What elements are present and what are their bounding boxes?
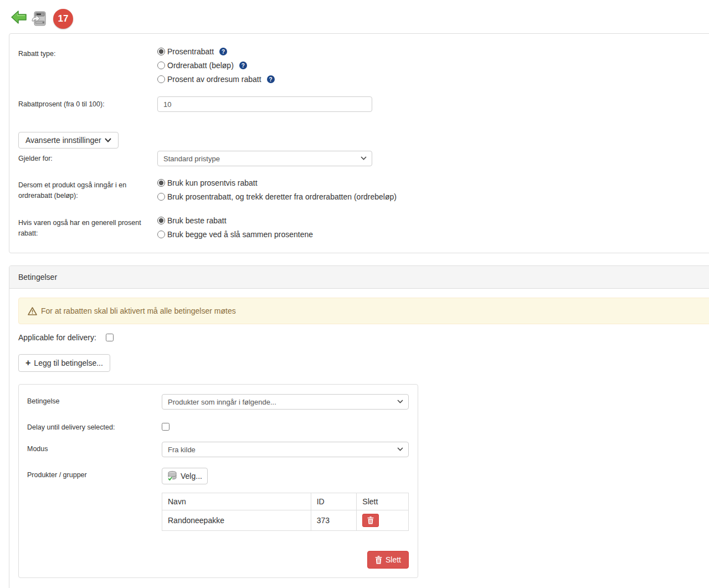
table-header-navn: Navn [162,493,311,510]
radio-option-trekk-deretter[interactable]: Bruk prosentrabatt, og trekk deretter fr… [157,191,397,202]
generell-choice-row: Hvis varen også har en generell prosent … [18,215,709,243]
add-condition-label: Legg til betingelse... [34,359,103,368]
betingelser-body: For at rabatten skal bli aktivert må all… [9,289,709,588]
applicable-for-delivery-checkbox[interactable] [106,334,114,341]
modus-select[interactable]: Fra kilde [162,442,409,457]
trekk-deretter-radio[interactable] [157,193,165,201]
beste-rabatt-radio[interactable] [157,217,165,224]
gjelder-for-label: Gjelder for: [18,151,157,164]
betingelser-panel: Betingelser For at rabatten skal bli akt… [9,265,709,588]
radio-label: Bruk prosentrabatt, og trekk deretter fr… [167,192,397,201]
generell-choice-label: Hvis varen også har en generell prosent … [18,215,157,239]
products-table-row: Navn ID Slett Randoneepakke 373 [27,492,409,531]
gjelder-for-row: Gjelder for: Standard pristype [18,151,709,166]
help-icon[interactable]: ? [219,48,227,55]
rabattprosent-input[interactable] [157,96,372,112]
ordrerabatt-choice-label: Dersom et produkt også inngår i en ordre… [18,177,157,202]
radio-option-kun-prosentvis[interactable]: Bruk kun prosentvis rabatt [157,177,397,188]
slett-condition-button[interactable]: Slett [367,551,409,569]
radio-option-ordrerabatt[interactable]: Ordrerabatt (beløp) ? [157,60,275,71]
warning-triangle-icon [28,307,37,315]
radio-option-begge-prosentene[interactable]: Bruk begge ved å slå sammen prosentene [157,229,313,240]
delay-row: Delay until delivery selected: [27,420,409,431]
prosentrabatt-radio[interactable] [157,48,165,55]
slett-button-label: Slett [386,555,401,564]
radio-label: Prosent av ordresum rabatt [167,75,261,84]
gjelder-for-select[interactable]: Standard pristype [157,151,372,166]
chevron-down-icon [397,447,403,451]
rabattprosent-label: Rabattprosent (fra 0 til 100): [18,96,157,110]
condition-panel: Betingelse Produkter som inngår i følgen… [18,384,418,578]
radio-label: Prosentrabatt [167,47,214,56]
rabatt-type-label: Rabatt type: [18,46,157,59]
delay-until-delivery-checkbox[interactable] [162,423,169,431]
radio-option-beste-rabatt[interactable]: Bruk beste rabatt [157,215,313,226]
delay-label: Delay until delivery selected: [27,420,162,431]
produkter-label: Produkter / grupper [27,468,162,479]
conditions-warning-alert: For at rabatten skal bli aktivert må all… [18,298,709,324]
warning-text: For at rabatten skal bli aktivert må all… [41,306,236,315]
modus-label: Modus [27,442,162,453]
radio-option-ordresum[interactable]: Prosent av ordresum rabatt ? [157,74,275,85]
add-condition-button[interactable]: + Legg til betingelse... [18,354,110,372]
product-id-cell: 373 [311,510,357,531]
table-row: Randoneepakke 373 [162,510,409,531]
betingelse-value: Produkter som inngår i følgende... [168,398,276,406]
slett-row: Slett [27,551,409,569]
chevron-down-icon [397,400,403,403]
radio-label: Ordrerabatt (beløp) [167,61,234,70]
chevron-down-icon [105,138,111,142]
produkter-row: Produkter / grupper Velg... [27,468,409,484]
product-name-cell: Randoneepakke [162,510,311,531]
radio-label: Bruk begge ved å slå sammen prosentene [167,230,313,239]
rabatt-type-row: Rabatt type: Prosentrabatt ? Ordrerabatt… [18,46,709,88]
betingelse-label: Betingelse [27,394,162,405]
back-arrow-icon[interactable] [11,10,27,26]
notification-badge[interactable]: 17 [53,9,73,29]
table-header-id: ID [311,493,357,510]
toolbar: 17 [0,0,709,33]
page: 17 Rabatt type: Prosentrabatt ? Ordrerab… [0,0,709,588]
kun-prosentvis-radio[interactable] [157,179,165,187]
table-header-slett: Slett [357,493,409,510]
ordresum-radio[interactable] [157,75,165,83]
help-icon[interactable]: ? [267,75,275,83]
begge-prosentene-radio[interactable] [157,231,165,238]
betingelse-row: Betingelse Produkter som inngår i følgen… [27,394,409,410]
velg-button-label: Velg... [181,472,202,481]
applicable-for-delivery-row: Applicable for delivery: [18,333,709,342]
database-check-icon [167,471,177,482]
advanced-settings-button[interactable]: Avanserte innstillinger [18,132,119,149]
discount-settings-panel: Rabatt type: Prosentrabatt ? Ordrerabatt… [9,33,709,253]
modus-row: Modus Fra kilde [27,442,409,457]
delete-row-button[interactable] [362,514,379,527]
rabattprosent-row: Rabattprosent (fra 0 til 100): [18,96,709,112]
ordrerabatt-choice-row: Dersom et produkt også inngår i en ordre… [18,177,709,205]
help-icon[interactable]: ? [239,62,247,69]
ordrerabatt-radio[interactable] [157,62,165,69]
velg-button[interactable]: Velg... [162,468,208,484]
betingelse-select[interactable]: Produkter som inngår i følgende... [162,394,409,410]
modus-value: Fra kilde [168,446,196,454]
trash-icon [367,517,374,524]
plus-icon: + [25,360,30,366]
betingelser-heading: Betingelser [9,266,709,289]
radio-option-prosentrabatt[interactable]: Prosentrabatt ? [157,46,275,57]
advanced-settings-label: Avanserte innstillinger [25,136,101,145]
save-drive-icon[interactable] [31,10,48,28]
products-table: Navn ID Slett Randoneepakke 373 [162,493,409,531]
radio-label: Bruk kun prosentvis rabatt [167,178,258,187]
chevron-down-icon [361,156,367,160]
gjelder-for-value: Standard pristype [163,155,220,163]
radio-label: Bruk beste rabatt [167,216,227,225]
trash-icon [375,556,382,564]
applicable-for-delivery-label: Applicable for delivery: [18,333,96,342]
